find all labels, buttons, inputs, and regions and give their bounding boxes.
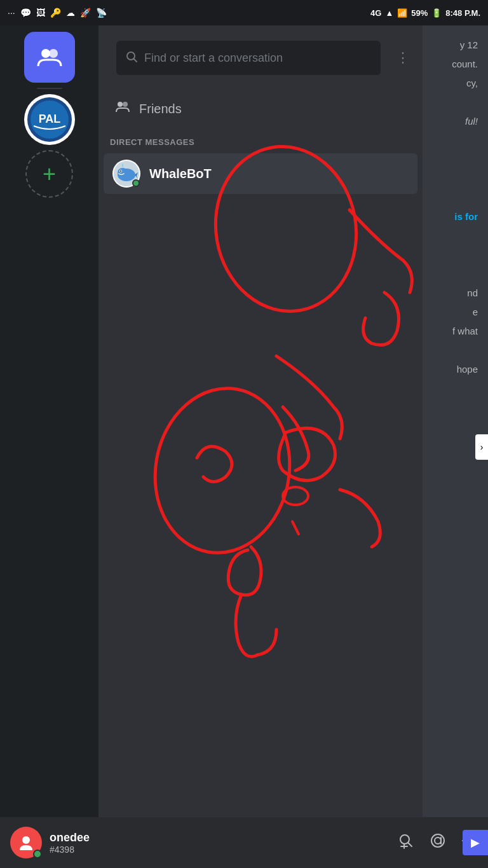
signal-bars: ▲ (385, 8, 393, 18)
svg-point-11 (118, 168, 128, 177)
mention-button[interactable] (430, 832, 446, 853)
right-panel: y 12 count. cy, ful! is for nd e f what … (423, 25, 488, 868)
pal-server-icon[interactable]: PAL (24, 94, 75, 145)
dm-panel: Find or start a conversation ⋮ Friends D… (98, 25, 423, 868)
image-icon: 🖼 (36, 8, 45, 18)
user-info: onedee #4398 (50, 831, 398, 855)
app-layout: PAL + Find or start a conversation (0, 25, 488, 868)
server-separator (37, 88, 62, 89)
vertical-dots-icon: ⋮ (396, 50, 410, 65)
svg-point-0 (41, 49, 50, 58)
chevron-right-icon: › (480, 442, 484, 452)
search-bar[interactable]: Find or start a conversation (116, 41, 381, 75)
status-bar: ··· 💬 🖼 🔑 ☁ 🚀 📡 4G ▲ 📶 59% 🔋 8:48 P.M. (0, 0, 488, 25)
svg-point-23 (431, 834, 444, 847)
friends-icon (115, 99, 130, 118)
battery-icon: 🔋 (431, 8, 442, 18)
svg-point-15 (142, 378, 302, 564)
dm-item-whalebot[interactable]: WhaleBoT (104, 153, 417, 194)
search-icon (125, 50, 138, 66)
partial-line-6: nd (433, 284, 478, 303)
user-online-dot (33, 850, 42, 858)
svg-point-7 (118, 102, 123, 107)
messenger-icon: 💬 (20, 8, 31, 18)
friends-nav-item[interactable]: Friends (104, 92, 417, 126)
user-avatar (10, 827, 42, 858)
partial-line-8: f what (433, 322, 478, 341)
whalebot-online-indicator (132, 179, 140, 187)
status-bar-left: ··· 💬 🖼 🔑 ☁ 🚀 📡 (8, 8, 107, 18)
key-icon: 🔑 (50, 8, 61, 18)
svg-point-24 (435, 837, 441, 844)
partial-line-5: is for (433, 207, 478, 226)
signal-strength: 📶 (397, 8, 407, 18)
whalebot-avatar-wrap (112, 160, 140, 188)
friends-server-icon[interactable] (24, 32, 75, 83)
svg-point-1 (49, 49, 58, 58)
dm-section-label: DIRECT MESSAGES (98, 127, 423, 152)
user-tag: #4398 (50, 844, 398, 855)
clock: 8:48 P.M. (445, 8, 480, 18)
menu-icon: ··· (8, 8, 15, 18)
more-options-button[interactable]: ⋮ (396, 50, 414, 66)
partial-line-4: ful! (433, 112, 478, 131)
drawing-overlay (98, 114, 423, 750)
partial-line-3: cy, (433, 74, 478, 93)
search-input[interactable]: Find or start a conversation (144, 52, 372, 65)
partial-line-1: y 12 (433, 36, 478, 55)
signal-icon: 📡 (96, 8, 107, 18)
send-icon: ▶ (471, 836, 480, 850)
collapse-panel-button[interactable]: › (475, 434, 488, 460)
whalebot-name: WhaleBoT (149, 167, 212, 181)
add-server-icon[interactable]: + (25, 150, 73, 198)
svg-line-20 (409, 843, 412, 846)
battery-percent: 59% (411, 8, 428, 18)
svg-point-13 (120, 170, 121, 172)
svg-point-16 (283, 487, 308, 505)
partial-text-block: y 12 count. cy, ful! is for nd e f what … (433, 36, 478, 379)
status-bar-right: 4G ▲ 📶 59% 🔋 8:48 P.M. (370, 8, 480, 18)
user-name: onedee (50, 831, 398, 844)
partial-line-7: e (433, 303, 478, 322)
svg-point-18 (22, 836, 30, 844)
cloud-icon: ☁ (66, 8, 75, 18)
server-list: PAL + (0, 25, 98, 868)
bottom-bar: onedee #4398 (0, 817, 488, 868)
svg-point-8 (123, 102, 128, 107)
rocket-icon: 🚀 (80, 8, 91, 18)
partial-line-9: hope (433, 360, 478, 379)
search-messages-button[interactable] (398, 832, 414, 853)
send-button[interactable]: ▶ (463, 830, 488, 855)
svg-text:PAL: PAL (38, 113, 60, 125)
friends-label: Friends (139, 102, 182, 116)
partial-line-2: count. (433, 55, 478, 74)
svg-line-6 (134, 59, 137, 62)
network-type: 4G (370, 8, 381, 18)
right-panel-content: y 12 count. cy, ful! is for nd e f what … (423, 25, 488, 389)
